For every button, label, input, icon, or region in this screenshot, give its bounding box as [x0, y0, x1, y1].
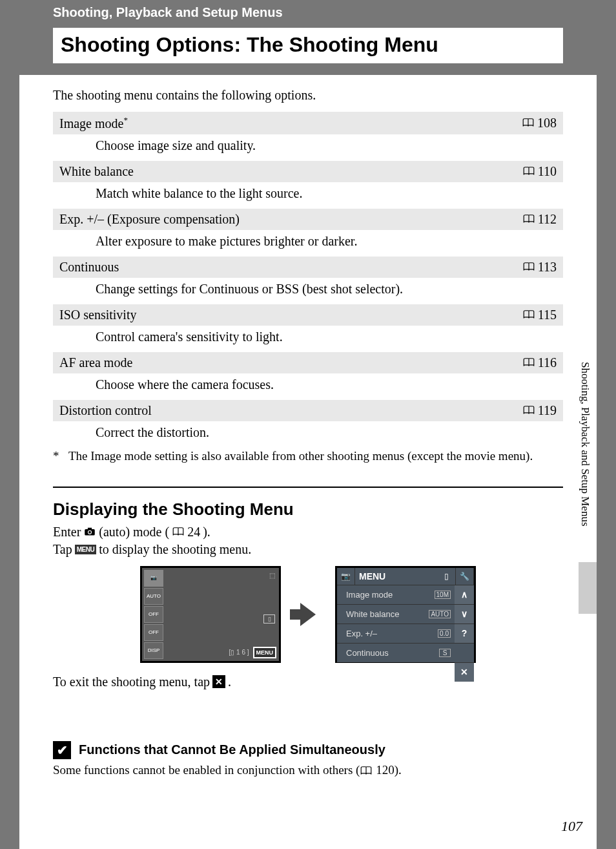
option-block: Exp. +/– (Exposure compensation) 112Alte…: [53, 209, 563, 254]
note-box: ✔ Functions that Cannot Be Applied Simul…: [53, 741, 563, 777]
side-chip-auto: AUTO: [144, 588, 163, 605]
footnote-text: The Image mode setting is also available…: [68, 449, 533, 463]
menu-row: White balanceAUTO: [337, 604, 455, 624]
menu-row-value: 0.0: [438, 629, 451, 638]
book-icon: [522, 118, 535, 127]
page: Shooting, Playback and Setup Menus Shoot…: [19, 0, 597, 849]
content: The shooting menu contains the following…: [19, 75, 597, 777]
svg-point-3: [88, 531, 91, 534]
menu-row-label: Exp. +/–: [346, 629, 377, 638]
option-desc: Alter exposure to make pictures brighter…: [53, 230, 563, 254]
option-header: Image mode* 108: [53, 112, 563, 134]
book-icon: [522, 358, 535, 367]
exit-instruction: To exit the shooting menu, tap ✕ .: [53, 675, 563, 689]
book-icon: [522, 215, 535, 224]
book-icon: [360, 766, 373, 775]
option-label: ISO sensitivity: [59, 308, 136, 322]
intro-text: The shooting menu contains the following…: [53, 88, 563, 103]
note-body: Some functions cannot be enabled in conj…: [53, 763, 563, 777]
option-header: ISO sensitivity 115: [53, 304, 563, 326]
menu-row-label: White balance: [346, 609, 399, 619]
option-block: Continuous 113Change settings for Contin…: [53, 257, 563, 302]
menu-row: Image mode10M: [337, 585, 455, 604]
menu-row: Exp. +/–0.0: [337, 624, 455, 643]
title-band: Shooting Options: The Shooting Menu: [19, 25, 597, 75]
option-page-ref: 113: [522, 260, 557, 275]
book-icon: [522, 262, 535, 271]
screen2-sidebar: ∧ ∨ ? ✕: [455, 585, 474, 682]
side-chip-off1: OFF: [144, 606, 163, 623]
side-chip-disp: DISP: [144, 642, 163, 659]
option-block: Distortion control 119Correct the distor…: [53, 400, 563, 445]
screen-menu: 📷 MENU ▯ 🔧 Image mode10MWhite balanceAUT…: [335, 566, 476, 663]
section-header: Shooting, Playback and Setup Menus: [19, 0, 597, 25]
option-label: White balance: [59, 164, 134, 179]
option-desc: Choose image size and quality.: [53, 134, 563, 158]
option-page-ref: 115: [522, 308, 557, 322]
option-label: AF area mode: [59, 355, 132, 370]
footnote-mark: *: [53, 449, 62, 463]
menu-row-value: AUTO: [429, 610, 451, 618]
spacer: [455, 643, 474, 662]
book-icon: [522, 310, 535, 319]
menu-row-label: Continuous: [346, 648, 389, 658]
book-icon: [522, 167, 535, 176]
option-header: AF area mode 116: [53, 352, 563, 373]
screen2-tab-setup: 🔧: [456, 568, 474, 585]
option-header: White balance 110: [53, 161, 563, 182]
side-chip-camera: 📷: [144, 570, 163, 587]
option-page-ref: 112: [522, 212, 557, 227]
book-icon: [522, 406, 535, 415]
option-desc: Match white balance to the light source.: [53, 182, 563, 206]
option-desc: Correct the distortion.: [53, 421, 563, 445]
footnote: * The Image mode setting is also availab…: [53, 445, 563, 463]
option-page-ref: 108: [522, 116, 557, 131]
option-desc: Choose where the camera focuses.: [53, 373, 563, 397]
option-block: AF area mode 116Choose where the camera …: [53, 352, 563, 397]
close-icon: ✕: [455, 662, 474, 682]
page-title: Shooting Options: The Shooting Menu: [53, 28, 563, 63]
screen1-topright-icon: ⬚: [269, 572, 275, 579]
screen2-rows: Image mode10MWhite balanceAUTOExp. +/–0.…: [337, 585, 455, 661]
svg-rect-1: [88, 528, 92, 530]
menu-row-value: S: [439, 649, 451, 657]
instruction-line-1: Enter (auto) mode ( 24).: [53, 525, 563, 540]
x-icon: ✕: [212, 675, 225, 688]
option-label: Distortion control: [59, 403, 152, 418]
option-desc: Change settings for Continuous or BSS (b…: [53, 278, 563, 302]
side-tab-label: Shooting, Playback and Setup Menus: [579, 362, 591, 527]
screen1-sidebar: 📷 AUTO OFF OFF DISP: [144, 570, 163, 659]
help-icon: ?: [455, 624, 474, 643]
instruction-line-2: Tap MENU to display the shooting menu.: [53, 542, 563, 557]
option-desc: Control camera's sensitivity to light.: [53, 326, 563, 350]
option-block: White balance 110Match white balance to …: [53, 161, 563, 206]
book-icon: [172, 527, 185, 536]
option-label: Continuous: [59, 260, 119, 275]
option-block: ISO sensitivity 115Control camera's sens…: [53, 304, 563, 350]
option-header: Distortion control 119: [53, 400, 563, 421]
side-tab-marker: [579, 562, 597, 614]
screen1-bottom: [▯ 1 6 ] MENU: [229, 647, 276, 658]
option-page-ref: 110: [522, 164, 557, 179]
divider: [53, 487, 563, 488]
option-page-ref: 119: [522, 403, 557, 418]
screen2-title: MENU: [355, 571, 438, 582]
check-icon: ✔: [53, 741, 71, 759]
screen1-menu-button: MENU: [253, 647, 277, 658]
option-block: Image mode* 108Choose image size and qua…: [53, 112, 563, 158]
scroll-down-icon: ∨: [455, 604, 474, 624]
menu-row-value: 10M: [435, 591, 451, 599]
option-label: Exp. +/– (Exposure compensation): [59, 212, 240, 227]
page-number: 107: [561, 818, 582, 835]
side-chip-off2: OFF: [144, 624, 163, 641]
screen2-tab-movie: ▯: [438, 568, 456, 585]
option-header: Exp. +/– (Exposure compensation) 112: [53, 209, 563, 230]
note-title-text: Functions that Cannot Be Applied Simulta…: [79, 742, 385, 757]
menu-row-label: Image mode: [346, 590, 393, 600]
menu-icon: MENU: [75, 545, 96, 554]
option-header: Continuous 113: [53, 257, 563, 278]
note-title: ✔ Functions that Cannot Be Applied Simul…: [53, 741, 563, 759]
option-page-ref: 116: [522, 355, 557, 370]
section-header-text: Shooting, Playback and Setup Menus: [53, 5, 283, 19]
screen-shooting: 📷 AUTO OFF OFF DISP ⬚ ▯ [▯ 1 6 ] MENU: [140, 566, 281, 663]
